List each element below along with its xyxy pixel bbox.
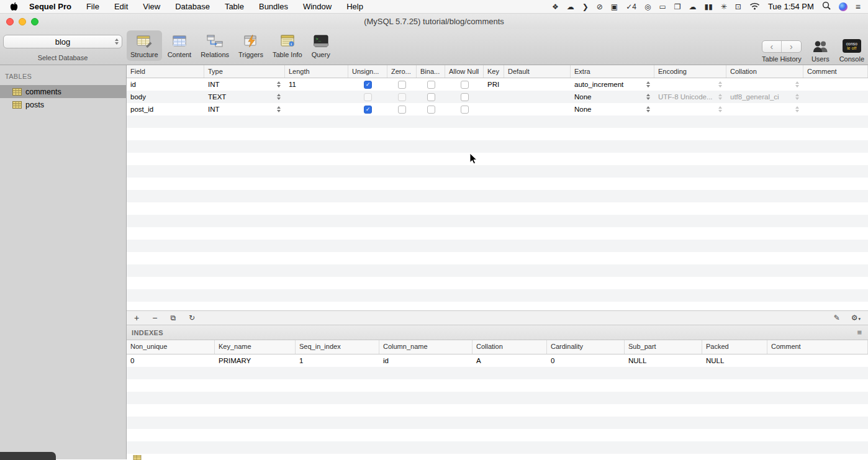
add-field-button[interactable]: + [134,313,139,322]
cloud-icon[interactable]: ☁ [567,2,574,11]
length-cell[interactable]: 11 [285,81,348,88]
menu-edit[interactable]: Edit [114,2,128,11]
stepper-icon[interactable] [277,106,281,112]
column-header-default[interactable]: Default [504,65,571,78]
app-menu[interactable]: Sequel Pro [29,2,71,11]
stepper-icon[interactable] [646,106,650,112]
extra-cell[interactable]: None [571,106,654,113]
tab-query[interactable]: >_ Query [308,30,334,61]
do-not-disturb-icon[interactable]: ⊘ [597,2,603,11]
index-column-header-key_name[interactable]: Key_name [215,340,296,354]
structure-row-body[interactable]: bodyTEXTNoneUTF-8 Unicode...utf8_general… [127,91,868,103]
structure-rows[interactable]: idINT11PRIauto_incrementbodyTEXTNoneUTF-… [127,78,868,310]
wifi-icon[interactable] [749,2,760,12]
tab-content[interactable]: Content [164,30,196,61]
checkbox-allow_null[interactable] [461,93,469,101]
menu-view[interactable]: View [143,2,160,11]
stepper-icon[interactable] [718,81,722,88]
extra-cell[interactable]: None [571,93,654,101]
menu-window[interactable]: Window [303,2,332,11]
chevron-icon[interactable]: ❯ [582,2,589,11]
table-item-comments[interactable]: comments [0,85,126,98]
stepper-icon[interactable] [646,81,650,88]
checkbox-binary[interactable] [427,81,435,89]
refresh-button[interactable]: ↻ [189,314,195,322]
window-icon[interactable]: ❐ [674,2,681,11]
stepper-icon[interactable] [718,94,722,100]
column-header-type[interactable]: Type [204,65,285,78]
stats-bars-icon[interactable]: ▮▮ [705,2,713,11]
tab-structure[interactable]: Structure [127,30,162,61]
encoding-cell[interactable]: UTF-8 Unicode... [654,93,726,101]
menu-help[interactable]: Help [346,2,363,11]
updates-badge-icon[interactable]: ✓4 [626,2,636,11]
column-header-key[interactable]: Key [484,65,504,78]
menu-bundles[interactable]: Bundles [259,2,288,11]
collation-cell[interactable] [726,81,803,88]
checkbox-unsigned[interactable] [364,106,372,114]
console-button[interactable]: conso le off Console [839,32,864,63]
window-title-bar[interactable]: (MySQL 5.7.25) tutorial/blog/comments [0,14,868,29]
edit-field-button[interactable]: ✎ [834,314,840,322]
stepper-icon[interactable] [277,94,281,100]
checkbox-unsigned[interactable] [364,81,372,89]
encoding-cell[interactable] [654,106,726,112]
structure-row-id[interactable]: idINT11PRIauto_increment [127,78,868,91]
stepper-icon[interactable] [795,106,799,112]
spotlight-search-icon[interactable] [822,1,831,12]
checkbox-allow_null[interactable] [461,81,469,89]
menu-file[interactable]: File [86,2,99,11]
remove-field-button[interactable]: − [152,313,157,322]
cloud-filled-icon[interactable]: ☁ [689,2,697,11]
column-header-length[interactable]: Length [285,65,348,78]
history-back-button[interactable]: ‹ [762,41,782,52]
type-cell[interactable]: INT [204,81,285,88]
checkbox-zerofill[interactable] [398,106,406,114]
type-cell[interactable]: TEXT [204,93,285,101]
indexes-rows[interactable]: 0PRIMARY1idA0NULLNULL [127,354,868,459]
checkbox-binary[interactable] [427,93,435,101]
tab-table-info[interactable]: i Table Info [269,30,306,61]
index-column-header-packed[interactable]: Packed [702,340,767,354]
checkbox-allow_null[interactable] [461,106,469,114]
display-icon[interactable]: ▭ [659,2,666,11]
index-column-header-cardinality[interactable]: Cardinality [547,340,625,354]
stepper-icon[interactable] [277,81,281,88]
column-header-collation[interactable]: Collation [726,65,803,78]
column-header-bina[interactable]: Bina... [417,65,445,78]
users-button[interactable]: Users [811,32,830,63]
stepper-icon[interactable] [795,94,799,100]
close-window-button[interactable] [6,18,14,25]
at-circle-icon[interactable]: ◎ [644,2,651,11]
history-forward-button[interactable]: › [782,41,801,52]
tab-relations[interactable]: Relations [197,30,233,61]
stepper-icon[interactable] [718,106,722,112]
stepper-icon[interactable] [795,81,799,88]
index-column-header-sub_part[interactable]: Sub_part [625,340,702,354]
indexes-menu-icon[interactable]: ≡ [857,328,862,337]
column-header-zero[interactable]: Zero... [387,65,417,78]
airplay-icon[interactable]: ⊡ [735,2,741,11]
screen-record-icon[interactable]: ▣ [611,2,618,11]
siri-icon[interactable] [839,2,848,11]
menu-database[interactable]: Database [175,2,210,11]
zoom-window-button[interactable] [31,18,38,25]
index-column-header-collation[interactable]: Collation [472,340,547,354]
tab-triggers[interactable]: Triggers [235,30,267,61]
minimize-window-button[interactable] [19,18,26,25]
index-column-header-seq_in_index[interactable]: Seq_in_index [296,340,379,354]
column-header-unsign[interactable]: Unsign... [348,65,387,78]
index-column-header-comment[interactable]: Comment [767,340,868,354]
notification-center-icon[interactable]: ≡ [856,2,861,12]
checkbox-zerofill[interactable] [398,81,406,89]
stepper-icon[interactable] [646,94,650,100]
column-header-field[interactable]: Field [127,65,204,78]
menubar-clock[interactable]: Tue 1:54 PM [768,2,814,11]
settings-gear-button[interactable]: ⚙▾ [851,314,861,322]
checkbox-binary[interactable] [427,106,435,114]
database-selector[interactable]: blog [3,35,122,48]
column-header-comment[interactable]: Comment [803,65,868,78]
index-column-header-non_unique[interactable]: Non_unique [127,340,215,354]
table-item-posts[interactable]: posts [0,98,126,111]
duplicate-field-button[interactable]: ⧉ [170,314,176,322]
